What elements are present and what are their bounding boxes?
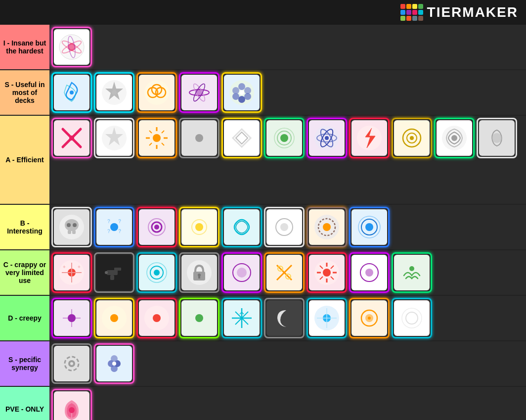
tier-list: I - Insane but the hardest [0, 25, 526, 420]
list-item[interactable] [179, 252, 219, 293]
list-item[interactable] [94, 343, 134, 384]
svg-point-65 [492, 133, 502, 143]
svg-rect-104 [114, 268, 121, 271]
list-item[interactable] [264, 252, 305, 293]
list-item[interactable] [392, 298, 432, 338]
svg-point-61 [410, 136, 414, 140]
list-item[interactable] [477, 118, 517, 158]
list-item[interactable] [349, 207, 390, 247]
list-item[interactable]: + + [51, 252, 92, 293]
list-item[interactable] [136, 72, 177, 113]
tiermaker-logo: TiERMAKER [400, 4, 518, 21]
tier-row-I: I - Insane but the hardest [0, 25, 526, 70]
svg-point-49 [280, 134, 288, 142]
svg-text:?: ? [107, 229, 110, 234]
svg-rect-69 [72, 230, 76, 234]
list-item[interactable] [392, 252, 432, 293]
tier-row-S: S - Useful in most of decks [0, 70, 526, 116]
list-item[interactable] [307, 298, 347, 338]
list-item[interactable] [94, 252, 134, 293]
list-item[interactable] [264, 298, 305, 338]
list-item[interactable] [221, 298, 262, 338]
list-item[interactable] [434, 118, 475, 158]
svg-point-93 [365, 223, 373, 231]
tier-items-A [49, 116, 526, 204]
svg-point-24 [232, 93, 239, 100]
list-item[interactable] [264, 207, 305, 247]
list-item[interactable] [136, 252, 177, 293]
svg-point-149 [195, 314, 203, 322]
list-item[interactable] [221, 207, 262, 247]
svg-text:+: + [78, 264, 81, 270]
list-item[interactable] [136, 298, 177, 338]
list-item[interactable] [51, 298, 92, 338]
list-item[interactable] [94, 298, 134, 338]
svg-point-108 [154, 270, 160, 276]
svg-point-136 [399, 260, 424, 285]
tier-label-D: D - creepy [0, 296, 49, 340]
svg-rect-114 [198, 276, 200, 279]
svg-point-172 [70, 362, 73, 365]
list-item[interactable] [179, 118, 219, 158]
list-item[interactable] [349, 118, 390, 158]
list-item[interactable] [94, 118, 134, 158]
svg-point-73 [110, 223, 118, 231]
svg-point-44 [195, 134, 203, 142]
list-item[interactable] [51, 118, 92, 158]
svg-point-57 [357, 126, 382, 150]
list-item[interactable] [51, 27, 92, 67]
logo-grid [400, 4, 423, 21]
tier-items-C: + + [49, 250, 526, 295]
list-item[interactable] [221, 252, 262, 293]
svg-point-177 [111, 365, 118, 372]
tier-row-C: C - crappy or very limited use + + [0, 250, 526, 296]
list-item[interactable] [94, 72, 134, 113]
svg-point-90 [323, 223, 331, 231]
svg-point-147 [153, 314, 161, 322]
svg-point-165 [368, 317, 371, 320]
svg-point-56 [325, 136, 329, 140]
tier-items-D [49, 296, 526, 340]
list-item[interactable] [307, 207, 347, 247]
list-item[interactable] [221, 118, 262, 158]
svg-point-30 [69, 136, 74, 140]
list-item[interactable] [179, 298, 219, 338]
page-container: TiERMAKER I - Insane but the hardest [0, 0, 526, 420]
svg-point-9 [112, 90, 117, 95]
svg-point-145 [110, 314, 118, 322]
tier-items-I [49, 25, 526, 69]
svg-text:?: ? [107, 219, 110, 224]
header: TiERMAKER [0, 0, 526, 25]
svg-point-157 [272, 306, 297, 330]
list-item[interactable] [349, 252, 390, 293]
list-item[interactable] [307, 252, 347, 293]
svg-point-6 [70, 91, 74, 94]
svg-point-137 [409, 266, 414, 271]
tier-label-Spec: S - pecific synergy [0, 341, 49, 386]
list-item[interactable] [307, 118, 347, 158]
tier-label-B: B - Interesting [0, 205, 49, 249]
svg-rect-105 [110, 275, 114, 280]
list-item[interactable] [392, 118, 432, 158]
list-item[interactable] [51, 389, 92, 420]
list-item[interactable] [349, 298, 390, 338]
tier-row-B: B - Interesting [0, 205, 526, 250]
list-item[interactable] [51, 72, 92, 113]
list-item[interactable] [221, 72, 262, 113]
svg-point-116 [237, 268, 247, 278]
list-item[interactable] [51, 207, 92, 247]
list-item[interactable]: ? ? ? ? [94, 207, 134, 247]
svg-point-70 [67, 223, 71, 227]
list-item[interactable] [136, 118, 177, 158]
tier-items-Spec [49, 341, 526, 386]
svg-point-63 [451, 135, 457, 141]
list-item[interactable] [136, 207, 177, 247]
list-item[interactable] [51, 343, 92, 384]
list-item[interactable] [264, 118, 305, 158]
svg-point-83 [195, 223, 203, 231]
tier-items-PVE [49, 387, 526, 420]
list-item[interactable] [179, 207, 219, 247]
list-item[interactable] [179, 72, 219, 113]
svg-point-34 [153, 134, 161, 142]
tier-row-PVE: PVE - ONLY [0, 387, 526, 420]
